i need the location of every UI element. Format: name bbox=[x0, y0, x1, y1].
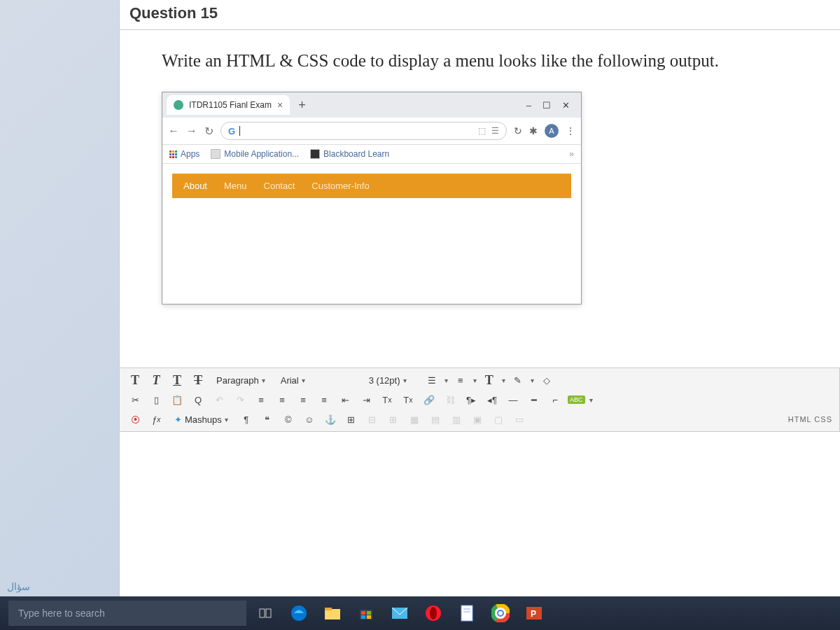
fx-button[interactable]: ƒx bbox=[148, 412, 164, 427]
sidebar-hint: سؤال bbox=[7, 581, 30, 592]
clearformat-button[interactable]: ◇ bbox=[538, 372, 555, 388]
ltr-button[interactable]: ¶▸ bbox=[463, 392, 479, 407]
bookmarks-overflow[interactable]: » bbox=[569, 149, 574, 159]
align-right-button[interactable]: ≡ bbox=[295, 392, 312, 407]
table-cell-button[interactable]: ▦ bbox=[406, 412, 423, 427]
font-select[interactable]: Arial ▾ bbox=[275, 374, 359, 387]
align-left-button[interactable]: ≡ bbox=[253, 392, 270, 407]
cut-button[interactable]: ✂ bbox=[127, 392, 144, 407]
menu-item-customer[interactable]: Customer-Info bbox=[312, 181, 369, 191]
browser-tab[interactable]: ITDR1105 Fianl Exam × bbox=[167, 95, 290, 115]
question-body: Write an HTML & CSS code to display a me… bbox=[120, 30, 840, 346]
quote-button[interactable]: ❝ bbox=[259, 412, 276, 427]
back-button[interactable]: ← bbox=[168, 125, 179, 137]
table-col-button[interactable]: ⊞ bbox=[385, 412, 402, 427]
explorer-icon[interactable] bbox=[316, 599, 349, 627]
bullet-list-button[interactable]: ☰ bbox=[424, 372, 440, 388]
example-menu-bar: About Menu Contact Customer-Info bbox=[172, 174, 571, 198]
chevron-down-icon: ▾ bbox=[473, 377, 477, 384]
find-button[interactable]: Q bbox=[190, 392, 206, 407]
svg-rect-8 bbox=[361, 615, 365, 619]
underline-button[interactable]: T bbox=[169, 372, 186, 388]
richtext-toolbar: T T T T Paragraph ▾ Arial ▾ 3 (12pt) ▾ ☰… bbox=[120, 368, 840, 432]
number-list-button[interactable]: ≡ bbox=[452, 372, 469, 388]
table-delete-button[interactable]: ▣ bbox=[469, 412, 486, 427]
indent-right-button[interactable]: ⇥ bbox=[358, 392, 374, 407]
powerpoint-icon[interactable]: P bbox=[518, 599, 550, 627]
edge-icon[interactable] bbox=[283, 599, 315, 627]
table-button[interactable]: ⊞ bbox=[343, 412, 360, 427]
taskbar-search[interactable]: Type here to search bbox=[8, 601, 246, 626]
maximize-button[interactable]: ☐ bbox=[542, 100, 551, 111]
emoji-button[interactable]: ☺ bbox=[301, 412, 318, 427]
nbsp-button[interactable]: ⌐ bbox=[547, 392, 564, 407]
insert-media-button[interactable]: ▭ bbox=[511, 412, 528, 427]
insert-image-button[interactable]: ▢ bbox=[490, 412, 507, 427]
page-viewport: About Menu Contact Customer-Info bbox=[162, 164, 581, 304]
table-merge-button[interactable]: ▤ bbox=[427, 412, 444, 427]
align-justify-button[interactable]: ≡ bbox=[316, 392, 332, 407]
html-css-toggle[interactable]: HTML CSS bbox=[788, 415, 832, 424]
menu-item-contact[interactable]: Contact bbox=[264, 181, 295, 191]
textcolor-button[interactable]: T bbox=[481, 372, 498, 388]
hr-thick-button[interactable]: ━ bbox=[526, 392, 542, 407]
menu-icon[interactable]: ⋮ bbox=[566, 125, 575, 136]
store-icon[interactable] bbox=[350, 599, 382, 627]
reader-icon[interactable]: ☰ bbox=[491, 126, 499, 136]
anchor-button[interactable]: ⚓ bbox=[322, 412, 339, 427]
svg-rect-9 bbox=[367, 615, 371, 619]
italic-button[interactable]: T bbox=[148, 372, 164, 388]
strikethrough-button[interactable]: T bbox=[190, 372, 206, 388]
redo-button[interactable]: ↷ bbox=[232, 392, 248, 407]
copy-button[interactable]: ▯ bbox=[148, 392, 164, 407]
translate-icon[interactable]: ⬚ bbox=[478, 126, 486, 136]
apps-bookmark[interactable]: Apps bbox=[169, 149, 200, 159]
close-button[interactable]: ✕ bbox=[562, 100, 570, 111]
new-tab-button[interactable]: + bbox=[293, 98, 312, 113]
windows-taskbar: Type here to search P bbox=[0, 596, 840, 630]
menu-item-menu[interactable]: Menu bbox=[224, 181, 247, 191]
minimize-button[interactable]: – bbox=[526, 100, 531, 111]
window-controls: – ☐ ✕ bbox=[526, 100, 577, 111]
chrome-icon[interactable] bbox=[484, 599, 517, 627]
sync-icon[interactable]: ↻ bbox=[514, 125, 522, 136]
address-bar[interactable]: G ⬚ ☰ bbox=[220, 122, 507, 140]
highlight-button[interactable]: ✎ bbox=[510, 372, 526, 388]
menu-item-about[interactable]: About bbox=[183, 181, 207, 191]
task-view-icon[interactable] bbox=[249, 599, 281, 627]
blackboard-bookmark[interactable]: Blackboard Learn bbox=[310, 149, 389, 159]
forward-button[interactable]: → bbox=[186, 125, 197, 137]
svg-rect-1 bbox=[266, 609, 271, 617]
indent-left-button[interactable]: ⇤ bbox=[337, 392, 354, 407]
browser-window-mockup: ITDR1105 Fianl Exam × + – ☐ ✕ ← → ↻ G bbox=[162, 92, 582, 304]
bold-button[interactable]: T bbox=[127, 372, 144, 388]
subscript-button[interactable]: Tx bbox=[400, 392, 416, 407]
profile-avatar[interactable]: A bbox=[545, 124, 559, 138]
rtl-button[interactable]: ◂¶ bbox=[484, 392, 500, 407]
superscript-button[interactable]: Tx bbox=[379, 392, 396, 407]
reload-button[interactable]: ↻ bbox=[204, 125, 214, 138]
record-button[interactable]: ⦿ bbox=[127, 412, 144, 427]
notepad-icon[interactable] bbox=[451, 599, 483, 627]
svg-rect-4 bbox=[325, 608, 332, 610]
opera-icon[interactable] bbox=[417, 599, 449, 627]
mail-icon[interactable] bbox=[384, 599, 416, 627]
link-button[interactable]: 🔗 bbox=[421, 392, 438, 407]
fontsize-select[interactable]: 3 (12pt) ▾ bbox=[363, 374, 419, 387]
mashups-select[interactable]: ✦ Mashups ▾ bbox=[169, 413, 234, 426]
extensions-icon[interactable]: ✱ bbox=[529, 125, 538, 136]
paragraph-select[interactable]: Paragraph ▾ bbox=[211, 374, 271, 387]
mobile-app-bookmark[interactable]: Mobile Application... bbox=[211, 149, 299, 159]
spellcheck-button[interactable]: ABC bbox=[568, 396, 585, 404]
hr-thin-button[interactable]: — bbox=[505, 392, 522, 407]
svg-text:P: P bbox=[531, 609, 536, 619]
show-blocks-button[interactable]: ¶ bbox=[238, 412, 255, 427]
copyright-button[interactable]: © bbox=[280, 412, 297, 427]
table-row-button[interactable]: ⊟ bbox=[364, 412, 381, 427]
table-split-button[interactable]: ▥ bbox=[448, 412, 465, 427]
unlink-button[interactable]: ⛓ bbox=[442, 392, 458, 407]
paste-button[interactable]: 📋 bbox=[169, 392, 186, 407]
tab-close-icon[interactable]: × bbox=[277, 99, 283, 111]
undo-button[interactable]: ↶ bbox=[211, 392, 227, 407]
align-center-button[interactable]: ≡ bbox=[274, 392, 290, 407]
